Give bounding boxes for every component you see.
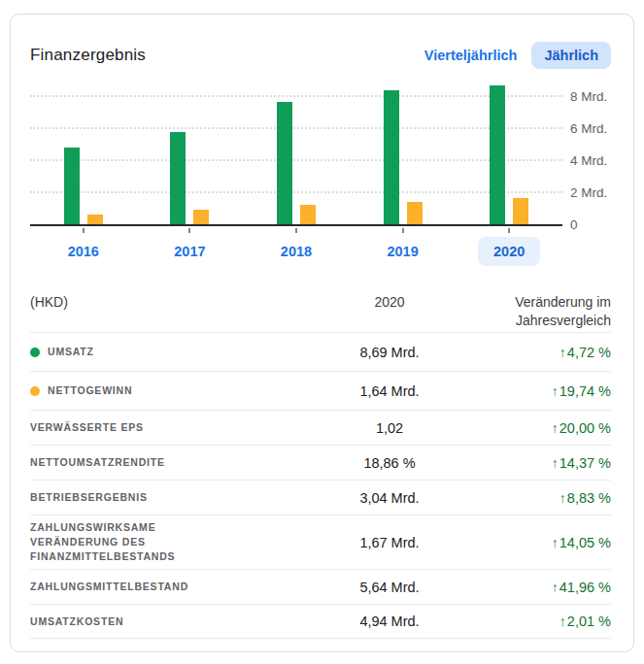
financials-table: (HKD) 2020 Veränderung im Jahresvergleic… [30, 285, 611, 639]
x-axis-tick [402, 228, 404, 233]
revenue-bar-2020 [490, 85, 505, 224]
change-up-arrow-icon: ↑ [559, 490, 566, 506]
metric-label: ZAHLUNGSMITTELBESTAND [30, 580, 188, 594]
page-title: Finanzergebnis [30, 46, 146, 65]
revenue-bar-2016 [64, 148, 80, 224]
x-axis-year-label-2017[interactable]: 2017 [158, 237, 220, 266]
metric-change: 14,37 % [559, 455, 611, 471]
change-up-arrow-icon: ↑ [552, 455, 559, 471]
metric-label: BETRIEBSERGEBNIS [30, 490, 148, 505]
x-axis-tick [188, 228, 190, 233]
metric-value: 1,67 Mrd. [359, 535, 419, 550]
series-dot [30, 386, 40, 396]
y-gridline [30, 191, 562, 193]
table-row: VERWÄSSERTE EPS 1,02 ↑20,00 % [30, 410, 611, 445]
metric-change: 8,83 % [567, 490, 611, 506]
y-gridline [30, 95, 562, 97]
metric-label: UMSATZ [48, 345, 94, 359]
change-header: Veränderung im Jahresvergleich [477, 293, 611, 330]
x-axis-year-label-2018[interactable]: 2018 [265, 237, 327, 266]
yearly-toggle-button[interactable]: Jährlich [531, 42, 611, 69]
year-header: 2020 [374, 294, 404, 310]
y-axis-tick-label: 2 Mrd. [570, 185, 628, 200]
table-row: UMSATZKOSTEN 4,94 Mrd. ↑2,01 % [30, 604, 611, 639]
metric-label: ZAHLUNGSWIRKSAME VERÄNDERUNG DES FINANZM… [30, 520, 203, 564]
currency-header: (HKD) [30, 293, 68, 312]
change-up-arrow-icon: ↑ [552, 383, 559, 399]
metric-label: NETTOGEWINN [48, 383, 132, 398]
metric-change: 19,74 % [559, 383, 611, 399]
metric-label: NETTOUMSATZRENDITE [30, 455, 165, 470]
metric-change: 41,96 % [559, 580, 611, 595]
metric-value: 3,04 Mrd. [359, 490, 419, 506]
net-income-bar-2018 [300, 205, 316, 224]
net-income-bar-2017 [193, 210, 209, 224]
metric-value: 1,02 [376, 420, 403, 436]
table-row: NETTOUMSATZRENDITE 18,86 % ↑14,37 % [30, 445, 611, 480]
y-gridline [30, 159, 562, 161]
y-axis-tick-label: 0 [570, 217, 628, 232]
x-axis-year-label-2016[interactable]: 2016 [52, 237, 115, 266]
x-axis-tick [295, 228, 297, 233]
metric-value: 18,86 % [363, 455, 415, 471]
net-income-bar-2020 [513, 198, 528, 224]
metric-change: 20,00 % [559, 420, 611, 436]
net-income-bar-2019 [407, 202, 423, 224]
table-row: NETTOGEWINN 1,64 Mrd. ↑19,74 % [30, 371, 611, 410]
table-row: BETRIEBSERGEBNIS 3,04 Mrd. ↑8,83 % [30, 480, 611, 515]
metric-value: 5,64 Mrd. [359, 580, 419, 595]
x-axis-year-label-2019[interactable]: 2019 [372, 237, 434, 266]
financials-bar-chart: 02 Mrd.4 Mrd.6 Mrd.8 Mrd.201620172018201… [30, 83, 611, 276]
y-gridline [30, 127, 562, 129]
chart-plot-area: 02 Mrd.4 Mrd.6 Mrd.8 Mrd.201620172018201… [30, 83, 562, 226]
y-axis-tick-label: 4 Mrd. [570, 153, 628, 168]
revenue-bar-2018 [277, 102, 292, 224]
table-row: ZAHLUNGSMITTELBESTAND 5,64 Mrd. ↑41,96 % [30, 569, 611, 604]
quarterly-toggle-button[interactable]: Vierteljährlich [412, 42, 530, 69]
x-axis-tick [83, 228, 85, 233]
period-toggle: Vierteljährlich Jährlich [412, 42, 611, 69]
change-up-arrow-icon: ↑ [552, 580, 559, 595]
change-up-arrow-icon: ↑ [552, 535, 559, 550]
y-axis-tick-label: 8 Mrd. [570, 89, 628, 104]
revenue-bar-2017 [170, 132, 186, 224]
revenue-bar-2019 [384, 90, 399, 224]
x-axis-year-label-2020[interactable]: 2020 [478, 237, 540, 266]
table-header-row: (HKD) 2020 Veränderung im Jahresvergleic… [30, 285, 611, 332]
change-up-arrow-icon: ↑ [559, 345, 566, 360]
table-row: UMSATZ 8,69 Mrd. ↑4,72 % [30, 332, 611, 371]
metric-change: 4,72 % [567, 345, 611, 360]
table-row: ZAHLUNGSWIRKSAME VERÄNDERUNG DES FINANZM… [30, 515, 611, 569]
metric-label: UMSATZKOSTEN [30, 614, 123, 629]
series-dot [30, 348, 40, 357]
net-income-bar-2016 [87, 215, 103, 224]
metric-label: VERWÄSSERTE EPS [30, 420, 144, 435]
metric-value: 1,64 Mrd. [359, 383, 419, 399]
change-up-arrow-icon: ↑ [559, 614, 566, 629]
metric-value: 4,94 Mrd. [359, 614, 419, 629]
metric-value: 8,69 Mrd. [359, 345, 419, 360]
x-axis-tick [508, 228, 510, 233]
change-up-arrow-icon: ↑ [552, 420, 559, 436]
metric-change: 14,05 % [559, 535, 611, 550]
metric-change: 2,01 % [567, 614, 611, 629]
y-axis-tick-label: 6 Mrd. [570, 121, 628, 136]
financial-results-card: Finanzergebnis Vierteljährlich Jährlich … [10, 14, 634, 652]
card-header: Finanzergebnis Vierteljährlich Jährlich [30, 40, 611, 71]
